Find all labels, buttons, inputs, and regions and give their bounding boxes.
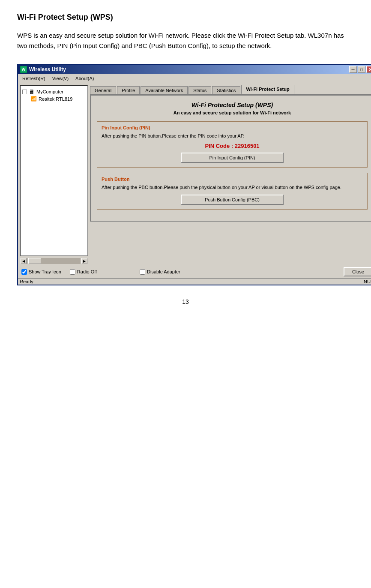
disable-adapter-checkbox[interactable]	[140, 269, 145, 275]
scroll-track	[27, 258, 81, 264]
pin-input-config-button[interactable]: Pin Input Config (PIN)	[181, 153, 284, 163]
tree-adapter-label: Realtek RTL819	[39, 96, 72, 102]
tree-panel: ─ 🖥 MyComputer 📶 Realtek RTL819	[20, 85, 88, 256]
tree-adapter-item[interactable]: 📶 Realtek RTL819	[31, 96, 86, 102]
tab-profile[interactable]: Profile	[117, 86, 140, 94]
scroll-right-button[interactable]: ▶	[81, 258, 87, 264]
app-icon: W	[20, 66, 27, 73]
window-close-button[interactable]: ✕	[366, 66, 371, 73]
pin-section-title: Pin Input Config (PIN)	[102, 125, 363, 130]
intro-paragraph: WPS is an easy and secure setup solution…	[17, 30, 354, 51]
menu-view[interactable]: View(V)	[50, 75, 71, 82]
pin-code-display: PIN Code : 22916501	[102, 143, 363, 149]
tab-status[interactable]: Status	[188, 86, 211, 94]
status-text: Ready	[20, 279, 33, 284]
tab-statistics[interactable]: Statistics	[212, 86, 240, 94]
page-title: Wi-Fi Protect Setup (WPS)	[17, 13, 354, 22]
dialog-title: Wireless Utility	[29, 66, 66, 72]
tab-wifi-protect-setup[interactable]: Wi-Fi Protect Setup	[241, 85, 294, 94]
radio-off-checkbox[interactable]	[70, 269, 75, 275]
pin-section: Pin Input Config (PIN) After pushing the…	[97, 121, 368, 168]
scroll-left-button[interactable]: ◀	[21, 258, 27, 264]
close-dialog-button[interactable]: Close	[344, 267, 371, 276]
tree-computer-label: MyComputer	[36, 89, 63, 94]
dialog-body: ─ 🖥 MyComputer 📶 Realtek RTL819 General …	[18, 83, 371, 258]
status-bar: Ready NUM	[18, 278, 371, 285]
content-panel: General Profile Available Network Status…	[90, 85, 371, 256]
disable-adapter-container: Disable Adapter	[140, 269, 180, 275]
show-tray-icon-label: Show Tray Icon	[29, 269, 61, 274]
menu-about[interactable]: About(A)	[73, 75, 96, 82]
title-bar-left: W Wireless Utility	[20, 66, 66, 73]
push-button-config-button[interactable]: Push Button Config (PBC)	[181, 195, 284, 205]
disable-adapter-label: Disable Adapter	[147, 269, 180, 274]
dialog-window: W Wireless Utility ─ □ ✕ Refresh(R) View…	[17, 64, 371, 285]
wps-main-title: Wi-Fi Protected Setup (WPS)	[97, 102, 368, 108]
adapter-icon: 📶	[31, 96, 37, 102]
scroll-thumb[interactable]	[28, 258, 41, 264]
pbc-section-title: Push Button	[102, 177, 363, 182]
num-indicator: NUM	[364, 279, 371, 284]
menu-refresh[interactable]: Refresh(R)	[20, 75, 48, 82]
tabs-bar: General Profile Available Network Status…	[90, 85, 371, 95]
computer-icon: 🖥	[29, 88, 35, 95]
tree-computer-item[interactable]: ─ 🖥 MyComputer	[22, 87, 86, 96]
tree-expand-icon[interactable]: ─	[22, 90, 27, 94]
horizontal-scroll-area: ◀ ▶	[18, 258, 371, 265]
pin-label: PIN Code :	[205, 143, 234, 149]
wps-content: Wi-Fi Protected Setup (WPS) An easy and …	[90, 95, 371, 222]
show-tray-icon-checkbox[interactable]	[21, 269, 27, 275]
radio-off-container: Radio Off	[70, 269, 97, 275]
tab-available-network[interactable]: Available Network	[141, 86, 188, 94]
wps-subtitle: An easy and secure setup solution for Wi…	[97, 110, 368, 115]
horizontal-scrollbar[interactable]: ◀ ▶	[20, 258, 88, 264]
pbc-section: Push Button After pushing the PBC button…	[97, 173, 368, 209]
tab-general[interactable]: General	[90, 86, 116, 94]
pin-code-value: 22916501	[235, 143, 260, 149]
radio-off-label: Radio Off	[77, 269, 97, 274]
minimize-button[interactable]: ─	[349, 66, 357, 73]
bottom-bar: Show Tray Icon Radio Off Disable Adapter…	[18, 265, 371, 278]
pbc-section-desc: After pushing the PBC button.Please push…	[102, 184, 363, 191]
pin-section-desc: After pushing the PIN button.Please ente…	[102, 133, 363, 139]
bottom-bar-right: Close	[344, 267, 371, 276]
title-bar-buttons: ─ □ ✕	[349, 66, 371, 73]
restore-button[interactable]: □	[358, 66, 365, 73]
page-number: 13	[17, 298, 354, 305]
menu-bar: Refresh(R) View(V) About(A)	[18, 74, 371, 83]
title-bar: W Wireless Utility ─ □ ✕	[18, 65, 371, 74]
show-tray-icon-container: Show Tray Icon	[21, 269, 61, 275]
